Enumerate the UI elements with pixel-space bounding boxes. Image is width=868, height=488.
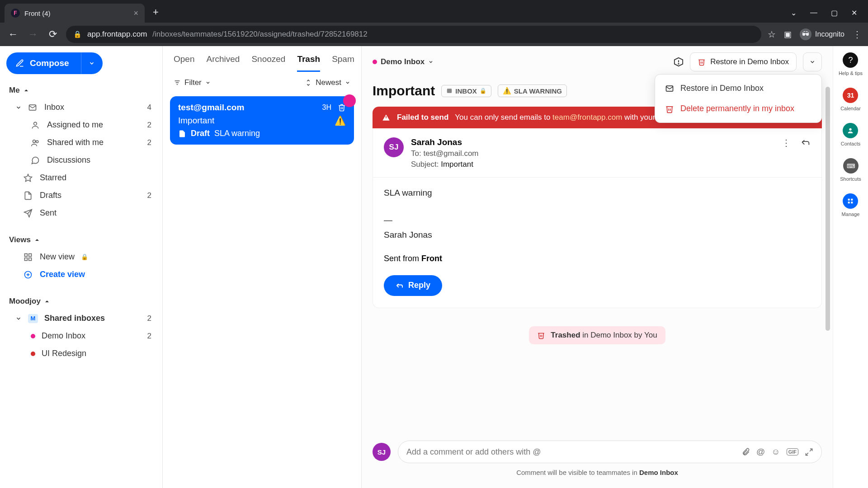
rail-contacts[interactable]: Contacts xyxy=(841,123,860,146)
dot-icon xyxy=(31,334,35,338)
scrollbar[interactable] xyxy=(826,82,830,434)
nav-inbox[interactable]: Inbox 4 xyxy=(5,99,158,116)
browser-menu-icon[interactable]: ⋮ xyxy=(853,29,862,40)
emoji-icon[interactable]: ☺ xyxy=(771,447,780,457)
reply-button[interactable]: Reply xyxy=(384,275,442,296)
restore-dropdown-menu: Restore in Demo Inbox Delete permanently… xyxy=(655,74,822,123)
svg-marker-8 xyxy=(35,239,39,241)
alert-icon[interactable] xyxy=(674,57,684,67)
nav-demo-inbox[interactable]: Demo Inbox 2 xyxy=(5,327,158,345)
tag-inbox[interactable]: INBOX 🔒 xyxy=(441,85,491,97)
extensions-icon[interactable]: ▣ xyxy=(784,29,792,39)
subject-line: Subject: Important xyxy=(411,160,479,169)
favicon: F xyxy=(11,9,20,18)
error-link[interactable]: team@frontapp.com xyxy=(552,113,622,122)
rail-manage[interactable]: Manage xyxy=(842,193,860,217)
maximize-icon[interactable]: ▢ xyxy=(831,9,838,17)
browser-tab[interactable]: F Front (4) × xyxy=(5,4,145,23)
trashed-pill: Trashed in Demo Inbox by You xyxy=(529,326,665,344)
chevron-down-icon xyxy=(89,60,95,66)
nav-new-view[interactable]: New view 🔒 xyxy=(5,248,158,266)
message-body: SLA warning — Sarah Jonas xyxy=(384,186,811,242)
sidebar: Compose Me Inbox 4 Assigned to me 2 xyxy=(0,46,163,488)
tab-snoozed[interactable]: Snoozed xyxy=(251,54,285,72)
close-tab-icon[interactable]: × xyxy=(133,9,138,18)
nav-drafts[interactable]: Drafts 2 xyxy=(5,187,158,204)
close-window-icon[interactable]: ✕ xyxy=(851,9,857,17)
dropdown-restore[interactable]: Restore in Demo Inbox xyxy=(659,78,818,99)
minimize-icon[interactable]: ― xyxy=(810,9,817,17)
nav-assigned-to-me[interactable]: Assigned to me 2 xyxy=(5,116,158,134)
mention-icon[interactable]: @ xyxy=(756,447,765,457)
nav-discussions[interactable]: Discussions xyxy=(5,151,158,169)
svg-line-24 xyxy=(810,449,812,451)
rail-shortcuts[interactable]: ⌨ Shortcuts xyxy=(840,158,861,182)
rail-calendar[interactable]: 31 Calendar xyxy=(840,88,861,111)
alert-triangle-icon xyxy=(382,113,391,122)
svg-point-22 xyxy=(678,63,679,64)
to-line: To: test@gmail.com xyxy=(411,149,479,158)
attach-icon[interactable] xyxy=(741,448,750,456)
filter-button[interactable]: Filter xyxy=(174,78,211,87)
warning-icon: ⚠️ xyxy=(503,87,511,95)
tab-spam[interactable]: Spam xyxy=(332,54,354,72)
compose-dropdown-button[interactable] xyxy=(81,52,103,74)
tabs-dropdown-icon[interactable]: ⌄ xyxy=(791,9,797,17)
nav-starred[interactable]: Starred xyxy=(5,169,158,187)
sort-button[interactable]: Newest xyxy=(305,78,350,87)
avatar: SJ xyxy=(384,137,404,157)
restore-dropdown-button[interactable] xyxy=(803,52,822,71)
incognito-badge[interactable]: 🕶 Incognito xyxy=(800,28,844,40)
nav-sent[interactable]: Sent xyxy=(5,204,158,222)
nav-shared-with-me[interactable]: Shared with me 2 xyxy=(5,134,158,151)
nav-ui-redesign[interactable]: UI Redesign xyxy=(5,345,158,362)
draft-preview: SLA warning xyxy=(214,129,260,138)
browser-tabstrip: F Front (4) × + ⌄ ― ▢ ✕ xyxy=(0,0,868,23)
right-rail: ? Help & tips 31 Calendar Contacts ⌨ Sho… xyxy=(833,46,868,488)
keyboard-icon: ⌨ xyxy=(843,158,859,174)
comment-input[interactable]: Add a comment or add others with @ @ ☺ G… xyxy=(398,441,822,463)
chevron-down-icon xyxy=(205,80,211,85)
reload-icon[interactable]: ⟳ xyxy=(46,28,60,40)
file-icon xyxy=(178,130,186,138)
dropdown-delete-permanently[interactable]: Delete permanently in my inbox xyxy=(659,99,818,119)
svg-rect-28 xyxy=(851,199,853,201)
svg-marker-0 xyxy=(24,89,28,91)
svg-rect-10 xyxy=(29,253,32,256)
nav-create-view[interactable]: Create view xyxy=(5,266,158,283)
expand-icon[interactable] xyxy=(805,448,813,456)
new-tab-button[interactable]: + xyxy=(153,6,159,18)
section-views[interactable]: Views xyxy=(5,232,158,248)
trash-icon xyxy=(665,104,674,113)
inbox-icon xyxy=(446,88,453,94)
forward-icon: → xyxy=(26,28,40,40)
tab-archived[interactable]: Archived xyxy=(206,54,240,72)
more-icon[interactable]: ⋮ xyxy=(782,137,791,169)
section-moodjoy[interactable]: Moodjoy xyxy=(5,293,158,310)
conversation-card[interactable]: test@gmail.com 3H Important ⚠️ Draft SLA… xyxy=(170,96,354,145)
reply-icon[interactable] xyxy=(801,137,811,147)
browser-toolbar: ← → ⟳ 🔒 app.frontapp.com/inboxes/teammat… xyxy=(0,23,868,46)
compose-button[interactable]: Compose xyxy=(6,52,81,74)
address-bar[interactable]: 🔒 app.frontapp.com/inboxes/teammates/156… xyxy=(66,26,761,43)
tag-sla-warning[interactable]: ⚠️ SLA WARNING xyxy=(498,84,567,97)
section-me[interactable]: Me xyxy=(5,82,158,99)
comment-hint: Comment will be visible to teammates in … xyxy=(362,466,833,488)
tab-title: Front (4) xyxy=(24,9,51,17)
tab-open[interactable]: Open xyxy=(174,54,194,72)
restore-button[interactable]: Restore in Demo Inbox xyxy=(690,52,797,71)
contacts-icon xyxy=(843,123,858,138)
svg-rect-9 xyxy=(25,253,28,256)
nav-shared-inboxes[interactable]: M Shared inboxes 2 xyxy=(5,310,158,327)
rail-help[interactable]: ? Help & tips xyxy=(839,52,863,76)
bookmark-icon[interactable]: ☆ xyxy=(768,29,776,40)
lock-icon: 🔒 xyxy=(81,253,88,260)
badge-dot xyxy=(343,94,356,107)
caret-up-icon xyxy=(44,299,50,304)
inbox-chip[interactable]: Demo Inbox xyxy=(373,57,434,66)
tab-trash[interactable]: Trash xyxy=(297,54,320,72)
warning-icon: ⚠️ xyxy=(335,115,346,126)
lock-icon: 🔒 xyxy=(73,30,82,38)
back-icon[interactable]: ← xyxy=(6,28,20,40)
gif-icon[interactable]: GIF xyxy=(787,448,798,455)
